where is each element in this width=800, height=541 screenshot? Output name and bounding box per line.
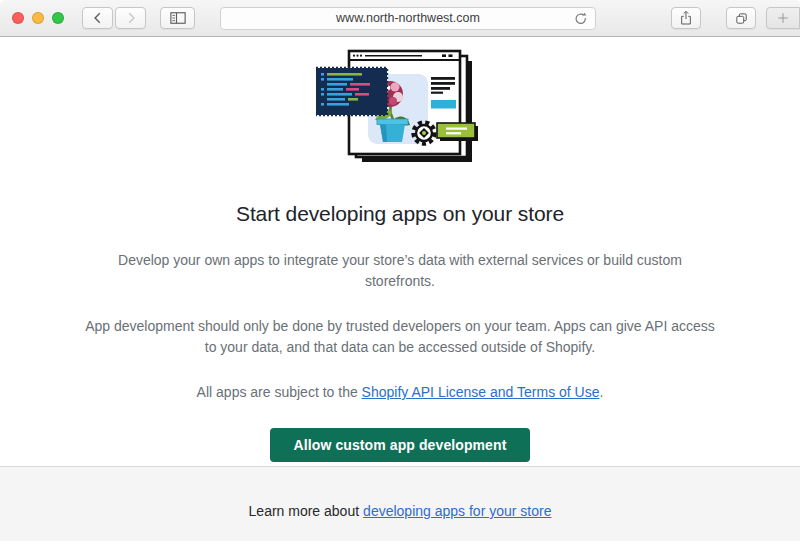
back-chevron-icon (91, 11, 105, 25)
new-tab-button[interactable] (766, 7, 800, 29)
sidebar-icon (169, 10, 187, 26)
back-button[interactable] (82, 7, 113, 29)
zoom-window-button[interactable] (52, 12, 64, 24)
developing-apps-link[interactable]: developing apps for your store (363, 503, 551, 519)
forward-chevron-icon (124, 11, 138, 25)
share-button[interactable] (671, 7, 701, 29)
terms-prefix: All apps are subject to the (197, 384, 362, 400)
terms-paragraph: All apps are subject to the Shopify API … (50, 382, 750, 403)
intro-paragraph: Develop your own apps to integrate your … (50, 250, 750, 292)
traffic-lights (12, 12, 64, 24)
close-window-button[interactable] (12, 12, 24, 24)
forward-button[interactable] (115, 7, 146, 29)
refresh-icon[interactable] (573, 11, 589, 27)
plus-icon (776, 11, 790, 25)
page-title: Start developing apps on your store (0, 202, 800, 226)
toolbar-right-group (671, 7, 800, 29)
sidebar-toggle-button[interactable] (160, 7, 195, 29)
address-bar[interactable]: www.north-northwest.com (220, 7, 596, 30)
app-development-illustration (316, 46, 484, 173)
url-text: www.north-northwest.com (336, 11, 480, 25)
terms-suffix: . (599, 384, 603, 400)
browser-toolbar: www.north-northwest.com (0, 0, 800, 37)
main-content: Start developing apps on your store Deve… (0, 37, 800, 466)
allow-custom-app-development-button[interactable]: Allow custom app development (270, 428, 531, 462)
minimize-window-button[interactable] (32, 12, 44, 24)
footer-text: Learn more about (249, 503, 360, 519)
share-icon (679, 10, 693, 26)
tab-overview-button[interactable] (726, 7, 756, 29)
warning-paragraph: App development should only be done by t… (50, 316, 750, 358)
tabs-icon (734, 11, 749, 26)
page-footer: Learn more about developing apps for you… (0, 466, 800, 541)
api-license-link[interactable]: Shopify API License and Terms of Use (362, 384, 600, 400)
